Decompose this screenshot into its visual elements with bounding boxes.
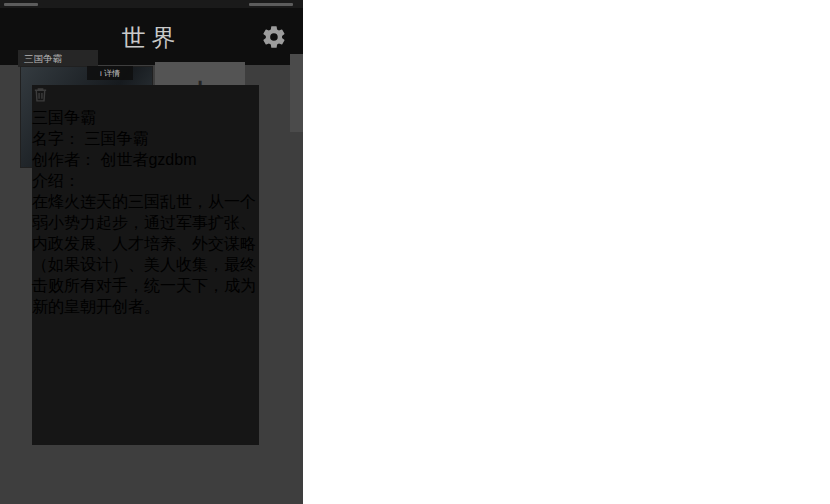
name-label: 名字： [32,130,80,147]
world-card-tag: 三国争霸 [18,50,98,67]
delete-world-button[interactable] [32,85,259,108]
world-detail-dialog: 三国争霸 名字： 三国争霸 创作者： 创世者gzdbm 介绍： 在烽火连天的三国… [32,85,259,445]
name-value: 三国争霸 [84,130,148,147]
intro-text: 在烽火连天的三国乱世，从一个弱小势力起步，通过军事扩张、内政发展、人才培养、外交… [32,192,259,318]
creator-field: 创作者： 创世者gzdbm [32,150,259,171]
status-text-right [249,3,293,6]
left-app-panel: 世界 三国争霸 i 详情 + 三国争霸 名字： 三 [0,0,303,504]
creator-label: 创作者： [32,151,96,168]
name-field: 名字： 三国争霸 [32,129,259,150]
details-badge-label: 详情 [104,68,120,79]
details-badge[interactable]: i 详情 [87,66,133,80]
world-detail-paper: 三国争霸 名字： 三国争霸 创作者： 创世者gzdbm 介绍： 在烽火连天的三国… [32,85,259,318]
info-icon: i [100,69,102,78]
status-bar [0,0,303,8]
next-card-edge [290,54,303,132]
status-text-left [4,3,38,6]
intro-label: 介绍： [32,171,259,192]
dialog-title: 三国争霸 [32,108,259,129]
settings-gear-icon[interactable] [261,24,287,50]
screenshot-stage: 世界 三国争霸 i 详情 + 三国争霸 名字： 三 [0,0,830,504]
creator-value: 创世者gzdbm [100,151,196,168]
